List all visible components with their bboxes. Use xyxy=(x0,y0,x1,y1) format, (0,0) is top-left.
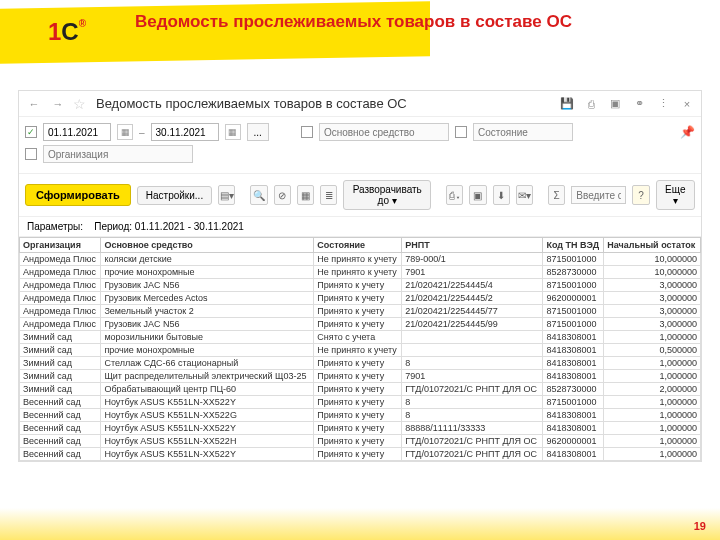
cell: Принято к учету xyxy=(314,370,402,383)
org-input[interactable] xyxy=(43,145,193,163)
table-row[interactable]: Андромеда ПлюсГрузовик JAC N56Принято к … xyxy=(20,318,701,331)
find-input[interactable] xyxy=(571,186,626,204)
table-row[interactable]: Весенний садНоутбук ASUS K551LN-XX522HПр… xyxy=(20,435,701,448)
cell: Андромеда Плюс xyxy=(20,253,101,266)
pin-icon[interactable]: 📌 xyxy=(680,125,695,139)
cell: Весенний сад xyxy=(20,396,101,409)
cell: ГТД/01072021/С РНПТ ДЛЯ ОС xyxy=(402,448,543,461)
column-header[interactable]: Организация xyxy=(20,238,101,253)
cell: 8418308001 xyxy=(543,344,604,357)
cell: Зимний сад xyxy=(20,370,101,383)
help-icon[interactable]: ? xyxy=(632,185,649,205)
cell: Зимний сад xyxy=(20,331,101,344)
cell: 21/020421/2254445/77 xyxy=(402,305,543,318)
date-range-button[interactable]: ... xyxy=(247,123,269,141)
report-grid: ОрганизацияОсновное средствоСостояниеРНП… xyxy=(19,237,701,461)
org-checkbox[interactable] xyxy=(25,148,37,160)
export-icon[interactable]: ▣ xyxy=(607,96,623,112)
column-header[interactable]: Основное средство xyxy=(101,238,314,253)
search-icon[interactable]: 🔍 xyxy=(250,185,267,205)
cell: 9620000001 xyxy=(543,435,604,448)
cell xyxy=(402,344,543,357)
column-header[interactable]: Начальный остаток xyxy=(604,238,701,253)
more-button[interactable]: Еще ▾ xyxy=(656,180,695,210)
close-icon[interactable]: × xyxy=(679,96,695,112)
filter-row-2 xyxy=(25,145,695,163)
table-row[interactable]: Весенний садНоутбук ASUS K551LN-XX522YПр… xyxy=(20,396,701,409)
table-row[interactable]: Андромеда ПлюсГрузовик Mercedes ActosПри… xyxy=(20,292,701,305)
cell: ГТД/01072021/С РНПТ ДЛЯ ОС xyxy=(402,435,543,448)
print-button[interactable]: ⎙▾ xyxy=(446,185,463,205)
logo-1c: 1C® xyxy=(48,18,86,46)
cell: Весенний сад xyxy=(20,409,101,422)
logo-one: 1 xyxy=(48,18,61,45)
calendar-icon[interactable]: ▦ xyxy=(117,124,133,140)
table-row[interactable]: Андромеда ПлюсЗемельный участок 2Принято… xyxy=(20,305,701,318)
os-input[interactable] xyxy=(319,123,449,141)
download-icon[interactable]: ⬇ xyxy=(493,185,510,205)
table-row[interactable]: Зимний садОбрабатывающий центр ПЦ-60Прин… xyxy=(20,383,701,396)
link-icon[interactable]: ⚭ xyxy=(631,96,647,112)
clear-search-icon[interactable]: ⊘ xyxy=(274,185,291,205)
table-row[interactable]: Зимний садморозильники бытовыеСнято с уч… xyxy=(20,331,701,344)
cell: Принято к учету xyxy=(314,435,402,448)
cell: Грузовик JAC N56 xyxy=(101,318,314,331)
date-to-input[interactable] xyxy=(151,123,219,141)
cell: 1,000000 xyxy=(604,396,701,409)
back-button[interactable]: ← xyxy=(25,95,43,113)
table-row[interactable]: Андромеда Плюсколяски детскиеНе принято … xyxy=(20,253,701,266)
cell: Принято к учету xyxy=(314,383,402,396)
cell: 2,000000 xyxy=(604,383,701,396)
table-row[interactable]: Весенний садНоутбук ASUS K551LN-XX522YПр… xyxy=(20,448,701,461)
cell: Весенний сад xyxy=(20,422,101,435)
sum-icon[interactable]: Σ xyxy=(548,185,565,205)
date-checkbox[interactable]: ✓ xyxy=(25,126,37,138)
cell: 8418308001 xyxy=(543,370,604,383)
cell: 21/020421/2254445/99 xyxy=(402,318,543,331)
table-row[interactable]: Андромеда ПлюсГрузовик JAC N56Принято к … xyxy=(20,279,701,292)
cell: 9620000001 xyxy=(543,292,604,305)
cell: 7901 xyxy=(402,266,543,279)
layout-icon[interactable]: ▦ xyxy=(297,185,314,205)
group-icon[interactable]: ≣ xyxy=(320,185,337,205)
table-row[interactable]: Зимний садпрочие монохромныеНе принято к… xyxy=(20,344,701,357)
chevron-down-icon: ▾ xyxy=(673,195,678,206)
cell: 7901 xyxy=(402,370,543,383)
table-header-row: ОрганизацияОсновное средствоСостояниеРНП… xyxy=(20,238,701,253)
state-input[interactable] xyxy=(473,123,573,141)
more-icon[interactable]: ⋮ xyxy=(655,96,671,112)
favorite-icon[interactable]: ☆ xyxy=(73,96,86,112)
date-from-input[interactable] xyxy=(43,123,111,141)
state-checkbox[interactable] xyxy=(455,126,467,138)
cell: Андромеда Плюс xyxy=(20,279,101,292)
save-icon[interactable]: 💾 xyxy=(559,96,575,112)
cell: Зимний сад xyxy=(20,383,101,396)
cell: 8715001000 xyxy=(543,279,604,292)
column-header[interactable]: РНПТ xyxy=(402,238,543,253)
cell: 88888/11111/33333 xyxy=(402,422,543,435)
generate-button[interactable]: Сформировать xyxy=(25,184,131,206)
app-window: ← → ☆ Ведомость прослеживаемых товаров в… xyxy=(18,90,702,462)
table-row[interactable]: Зимний садСтеллаж СДС-66 стационарныйПри… xyxy=(20,357,701,370)
settings-button[interactable]: Настройки... xyxy=(137,186,212,205)
cell: 8418308001 xyxy=(543,331,604,344)
footer-band xyxy=(0,508,720,540)
calendar-icon[interactable]: ▦ xyxy=(225,124,241,140)
cell: 1,000000 xyxy=(604,357,701,370)
cell: 21/020421/2254445/4 xyxy=(402,279,543,292)
table-row[interactable]: Весенний садНоутбук ASUS K551LN-XX522GПр… xyxy=(20,409,701,422)
cell: Снято с учета xyxy=(314,331,402,344)
mail-icon[interactable]: ✉▾ xyxy=(516,185,533,205)
expand-button[interactable]: Разворачивать до ▾ xyxy=(343,180,430,210)
preset-icon[interactable]: ▤▾ xyxy=(218,185,235,205)
forward-button[interactable]: → xyxy=(49,95,67,113)
column-header[interactable]: Состояние xyxy=(314,238,402,253)
column-header[interactable]: Код ТН ВЭД xyxy=(543,238,604,253)
os-checkbox[interactable] xyxy=(301,126,313,138)
table-row[interactable]: Зимний садЩит распределительный электрич… xyxy=(20,370,701,383)
export-button[interactable]: ▣ xyxy=(469,185,486,205)
print-icon[interactable]: ⎙ xyxy=(583,96,599,112)
table-row[interactable]: Весенний садНоутбук ASUS K551LN-XX522YПр… xyxy=(20,422,701,435)
table-row[interactable]: Андромеда Плюспрочие монохромныеНе приня… xyxy=(20,266,701,279)
cell: 3,000000 xyxy=(604,292,701,305)
